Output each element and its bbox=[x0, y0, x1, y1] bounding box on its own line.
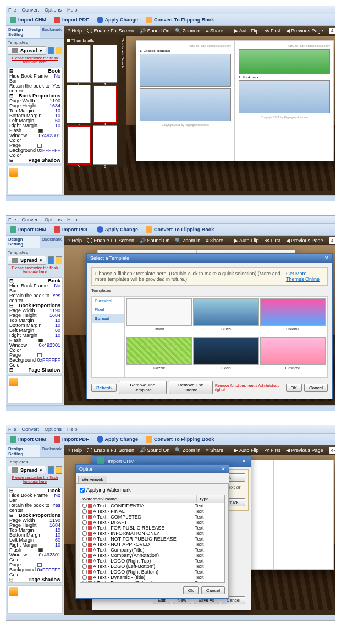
watermark-row[interactable]: A Text - COMPLETEDText bbox=[80, 514, 224, 520]
screenshot-import-chm: FileConvertOptionsHelp Import CHM Import… bbox=[6, 425, 336, 621]
watermark-row[interactable]: A Text - LOGO (Right-Bottom)Text bbox=[80, 569, 224, 575]
thumbnails-header[interactable]: Thumbnails bbox=[67, 38, 117, 43]
search-side-label[interactable]: Search bbox=[121, 57, 124, 68]
watermark-row[interactable]: A Text - FOR PUBLIC RELEASEText bbox=[80, 525, 224, 531]
viewer-toolbar: ? Help ⛶ Enable FullScreen 🔊 Sound On 🔍 … bbox=[64, 26, 335, 36]
close-icon[interactable]: ✕ bbox=[221, 466, 226, 472]
watermark-row[interactable]: A Text - Dynamic - (Subject)Text bbox=[80, 580, 224, 583]
watermark-row[interactable]: A Text - Dynamic - (title)Text bbox=[80, 575, 224, 580]
thumbnail-6[interactable]: 6 bbox=[93, 125, 117, 165]
status-bar bbox=[6, 195, 335, 201]
import-pdf-button[interactable]: Import PDF bbox=[52, 16, 91, 24]
watermark-row[interactable]: A Text - NOT FOR PUBLIC RELEASEText bbox=[80, 536, 224, 542]
applying-watermark-checkbox[interactable]: Applying Watermark bbox=[80, 487, 225, 493]
watermark-row[interactable]: A Text - LOGO (Right-Top)Text bbox=[80, 558, 224, 564]
close-icon[interactable]: ✕ bbox=[242, 459, 246, 464]
template-selector[interactable]: Spread ▾ bbox=[8, 46, 46, 55]
thumbnail-2[interactable]: 2 bbox=[93, 45, 117, 83]
cancel-button[interactable]: Cancel bbox=[201, 586, 225, 594]
autoflip-button[interactable]: ▶ Auto Flip bbox=[234, 28, 259, 34]
open-template-icon[interactable] bbox=[56, 47, 62, 54]
more-themes-link[interactable]: Get More Themes Online bbox=[286, 271, 324, 282]
prev-page-button[interactable]: ◀ Previous Page bbox=[286, 28, 323, 34]
book-icon bbox=[12, 48, 18, 53]
customize-template-link[interactable]: Please customize the flash template here bbox=[8, 55, 62, 65]
watermark-row[interactable]: A Text - Company(Title)Text bbox=[80, 547, 224, 553]
thumbnails-panel: Thumbnails 1 2 3 4 5 6 Thumbnails Search bbox=[64, 36, 119, 167]
thumbnail-4[interactable]: 4 bbox=[93, 85, 117, 124]
refresh-button[interactable]: Refresh bbox=[91, 384, 117, 392]
cancel-button[interactable]: Cancel bbox=[304, 384, 328, 392]
close-icon[interactable]: ✕ bbox=[324, 255, 329, 261]
option-titlebar[interactable]: Option✕ bbox=[76, 465, 229, 473]
template-dialog: Select a Template✕ Choose a flipbook tem… bbox=[86, 253, 333, 399]
watermark-row[interactable]: A Text - CONFIDENTIALText bbox=[80, 503, 224, 509]
screenshot-base: File Convert Options Help Import CHM Imp… bbox=[6, 6, 336, 201]
sound-button[interactable]: 🔊 Sound On bbox=[140, 28, 169, 34]
toolbar: Import CHM Import PDF Apply Change Conve… bbox=[6, 14, 335, 26]
thumbnail-5[interactable]: 5 bbox=[67, 125, 91, 165]
viewer-body: Thumbnails 1 2 3 4 5 6 Thumbnails Search bbox=[64, 36, 335, 191]
template-hint: Choose a flipbook template here. (Double… bbox=[91, 267, 328, 286]
help-button[interactable]: ? Help bbox=[68, 28, 82, 34]
preview-icon bbox=[9, 168, 18, 177]
ok-button[interactable]: OK bbox=[286, 384, 302, 392]
main-area: Design Setting Bookmark Templates Spread… bbox=[6, 26, 335, 195]
template-blues[interactable]: Blues bbox=[193, 298, 258, 336]
property-tree[interactable]: ⊟ Book Hide Book Frame BarNo Retain the … bbox=[7, 68, 63, 163]
watermark-tab[interactable]: Watermark bbox=[78, 476, 107, 483]
convert-icon bbox=[146, 17, 152, 23]
apply-change-button[interactable]: Apply Change bbox=[95, 16, 140, 24]
page-indicator[interactable]: 4-5/6 bbox=[329, 28, 335, 34]
template-tab-float[interactable]: Float bbox=[92, 305, 124, 314]
admin-warning: Remove functions needs Administrator rig… bbox=[215, 384, 282, 391]
thumbnails-side-label[interactable]: Thumbnails bbox=[121, 38, 124, 55]
menu-options[interactable]: Options bbox=[45, 7, 62, 13]
thumbnail-3[interactable]: 3 bbox=[67, 85, 91, 124]
remove-template-button[interactable]: Remove The Template bbox=[119, 381, 167, 394]
menu-file[interactable]: File bbox=[8, 7, 16, 13]
sidebar: Design Setting Bookmark Templates Spread… bbox=[6, 26, 64, 195]
template-dazzle[interactable]: Dazzle bbox=[127, 337, 192, 375]
ok-button[interactable]: Ok bbox=[183, 586, 199, 594]
dialog-titlebar[interactable]: Select a Template✕ bbox=[87, 254, 332, 263]
screenshot-template-dialog: FileConvertOptionsHelp Import CHM Import… bbox=[6, 215, 336, 411]
template-florid[interactable]: Florid bbox=[193, 337, 258, 375]
viewer: ? Help ⛶ Enable FullScreen 🔊 Sound On 🔍 … bbox=[64, 26, 335, 195]
watermark-row[interactable]: A Text - NOT APPROVEDText bbox=[80, 542, 224, 547]
first-page-button[interactable]: ≪ First bbox=[265, 28, 280, 34]
sidebar-preview bbox=[7, 166, 63, 194]
menu-convert[interactable]: Convert bbox=[22, 7, 40, 13]
book-page-left: CHM to Page-flipping eBook utility 1. Ch… bbox=[136, 40, 235, 161]
watermark-row[interactable]: A Text - Company(Annotation)Text bbox=[80, 553, 224, 558]
watermark-row[interactable]: A Text - INFORMATION ONLYText bbox=[80, 531, 224, 536]
list-header: Watermark NameType bbox=[80, 495, 224, 503]
template-blank[interactable]: Blank bbox=[127, 298, 192, 336]
tab-bookmark[interactable]: Bookmark bbox=[40, 26, 64, 38]
watermark-row[interactable]: A Text - LOGO (Left-Bottom)Text bbox=[80, 564, 224, 569]
template-tab-spread[interactable]: Spread bbox=[92, 314, 124, 323]
option-dialog: Option✕ Watermark Applying Watermark Wat… bbox=[75, 464, 229, 599]
fullscreen-button[interactable]: ⛶ Enable FullScreen bbox=[87, 28, 134, 34]
remove-theme-button[interactable]: Remove The Theme bbox=[169, 381, 213, 394]
template-type-list: Classical Float Spread bbox=[91, 296, 124, 378]
template-colorful[interactable]: Colorful bbox=[260, 298, 326, 336]
watermark-list[interactable]: Watermark NameType A Text - CONFIDENTIAL… bbox=[80, 495, 225, 583]
chm-icon bbox=[10, 17, 16, 23]
template-flowred[interactable]: Flow-red bbox=[260, 337, 326, 375]
convert-button[interactable]: Convert To Flipping Book bbox=[144, 16, 216, 24]
watermark-row[interactable]: A Text - FINALText bbox=[80, 509, 224, 514]
share-button[interactable]: ≡ Share bbox=[206, 28, 223, 34]
menu-help[interactable]: Help bbox=[67, 7, 78, 13]
templates-label: Templates bbox=[8, 40, 62, 45]
flipbook[interactable]: CHM to Page-flipping eBook utility 1. Ch… bbox=[136, 40, 334, 161]
zoom-button[interactable]: 🔍 Zoom in bbox=[175, 28, 200, 34]
thumbnail-1[interactable]: 1 bbox=[67, 45, 91, 83]
template-tab-classical[interactable]: Classical bbox=[92, 297, 124, 305]
tab-design-setting[interactable]: Design Setting bbox=[6, 26, 40, 38]
menu-bar: File Convert Options Help bbox=[6, 6, 335, 14]
watermark-row[interactable]: A Text - DRAFTText bbox=[80, 520, 224, 525]
template-grid: Blank Blues Colorful Dazzle Florid Flow-… bbox=[124, 296, 328, 378]
save-template-icon[interactable] bbox=[48, 47, 54, 54]
import-chm-button[interactable]: Import CHM bbox=[8, 16, 48, 24]
